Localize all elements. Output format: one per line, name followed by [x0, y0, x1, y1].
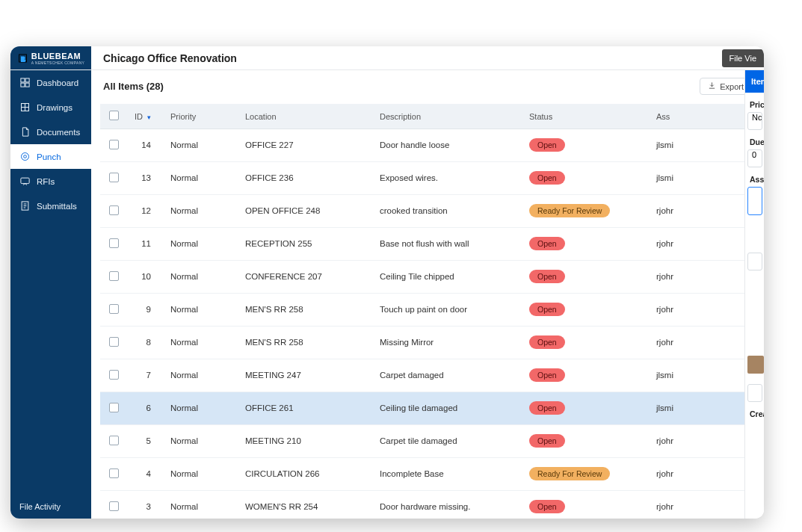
table-row[interactable]: 3NormalWOMEN'S RR 254Door hardware missi… [100, 491, 755, 519]
cell-assignee: rjohr [650, 327, 755, 359]
table-row[interactable]: 12NormalOPEN OFFICE 248crooked transitio… [100, 195, 755, 228]
sidebar-item-dashboard[interactable]: Dashboard [10, 70, 91, 95]
sidebar-item-submittals[interactable]: Submittals [10, 194, 91, 218]
cell-assignee: rjohr [650, 195, 755, 228]
table-row[interactable]: 5NormalMEETING 210Carpet tile damagedOpe… [100, 425, 755, 458]
details-priority-input[interactable]: Nc [747, 112, 762, 130]
cell-priority: Normal [164, 327, 239, 359]
row-checkbox[interactable] [109, 501, 119, 511]
cell-assignee: rjohr [650, 491, 755, 519]
cell-assignee: rjohr [650, 228, 755, 261]
svg-rect-4 [25, 83, 29, 87]
table-row[interactable]: 10NormalCONFERENCE 207Ceiling Tile chipp… [100, 261, 755, 294]
cell-status: Open [523, 392, 650, 425]
col-header-location[interactable]: Location [239, 104, 374, 129]
cell-location: MEETING 247 [239, 359, 374, 392]
cell-description: Exposed wires. [374, 162, 523, 195]
row-checkbox[interactable] [109, 370, 119, 380]
svg-point-6 [22, 153, 29, 161]
details-assignee-input[interactable] [747, 187, 762, 215]
row-checkbox[interactable] [109, 173, 119, 182]
sidebar-item-documents[interactable]: Documents [10, 120, 91, 144]
list-header: All Items (28) Export [91, 70, 764, 104]
sidebar-item-label: Submittals [37, 202, 77, 211]
cell-assignee: rjohr [650, 294, 755, 327]
details-tab-item[interactable]: Item [745, 70, 764, 93]
col-header-id[interactable]: ID ▾ [127, 104, 164, 129]
cell-location: RECEPTION 255 [239, 228, 374, 261]
cell-id: 9 [127, 294, 164, 327]
table-row[interactable]: 6NormalOFFICE 261Ceiling tile damagedOpe… [100, 392, 755, 425]
row-checkbox[interactable] [109, 205, 119, 215]
cell-description: Door hardware missing. [374, 491, 523, 519]
cell-location: OFFICE 261 [239, 392, 374, 425]
svg-rect-1 [21, 78, 25, 82]
row-checkbox[interactable] [109, 468, 119, 478]
sidebar-item-drawings[interactable]: Drawings [10, 95, 91, 120]
list-title: All Items (28) [103, 81, 164, 92]
cell-status: Open [523, 129, 650, 162]
sidebar-item-punch[interactable]: Punch [10, 144, 91, 169]
details-field-generic[interactable] [747, 253, 762, 270]
status-badge: Open [529, 303, 565, 316]
table-row[interactable]: 8NormalMEN'S RR 258Missing MirrorOpenrjo… [100, 327, 755, 359]
cell-status: Open [523, 327, 650, 359]
col-header-status[interactable]: Status [523, 104, 650, 129]
col-header-checkbox[interactable] [100, 104, 127, 129]
sort-desc-icon: ▾ [147, 114, 151, 121]
select-all-checkbox[interactable] [109, 111, 119, 120]
col-header-priority[interactable]: Priority [164, 104, 239, 129]
cell-description: Missing Mirror [374, 327, 523, 359]
row-checkbox[interactable] [109, 140, 119, 149]
col-header-assignee[interactable]: Ass [650, 104, 755, 129]
cell-description: Base not flush with wall [374, 228, 523, 261]
sidebar-file-activity[interactable]: File Activity [10, 495, 91, 519]
status-badge: Open [529, 237, 565, 250]
table-row[interactable]: 7NormalMEETING 247Carpet damagedOpenjlsm… [100, 359, 755, 392]
sidebar-item-rfis[interactable]: RFIs [10, 169, 91, 194]
logo-tagline: A NEMETSCHEK COMPANY [31, 61, 84, 65]
table-row[interactable]: 11NormalRECEPTION 255Base not flush with… [100, 228, 755, 261]
cell-assignee: jlsmi [650, 162, 755, 195]
drawings-icon [19, 102, 31, 113]
details-panel: Item Pric Nc Due 0 Ass Crea [744, 70, 764, 519]
cell-id: 8 [127, 327, 164, 359]
cell-description: Touch up paint on door [374, 294, 523, 327]
row-checkbox[interactable] [109, 271, 119, 281]
cell-id: 14 [127, 129, 164, 162]
cell-description: Door handle loose [374, 129, 523, 162]
row-checkbox[interactable] [109, 337, 119, 347]
svg-rect-3 [21, 83, 25, 87]
cell-location: MEN'S RR 258 [239, 294, 374, 327]
documents-icon [19, 126, 31, 137]
svg-rect-8 [21, 178, 29, 184]
table-row[interactable]: 13NormalOFFICE 236Exposed wires.Openjlsm… [100, 162, 755, 195]
table-header-row: ID ▾ Priority Location Description Statu… [100, 104, 755, 129]
table-row[interactable]: 4NormalCIRCULATION 266Incomplete BaseRea… [100, 458, 755, 491]
cell-location: WOMEN'S RR 254 [239, 491, 374, 519]
details-thumbnail[interactable] [747, 356, 764, 374]
row-checkbox[interactable] [109, 403, 119, 412]
table-row[interactable]: 9NormalMEN'S RR 258Touch up paint on doo… [100, 294, 755, 327]
cell-status: Open [523, 491, 650, 519]
cell-priority: Normal [164, 195, 239, 228]
cell-location: OFFICE 236 [239, 162, 374, 195]
row-checkbox[interactable] [109, 304, 119, 314]
row-checkbox[interactable] [109, 238, 119, 248]
col-header-description[interactable]: Description [374, 104, 523, 129]
cell-priority: Normal [164, 129, 239, 162]
cell-assignee: jlsmi [650, 359, 755, 392]
cell-description: Incomplete Base [374, 458, 523, 491]
app-window: BLUEBEAM A NEMETSCHEK COMPANY Chicago Of… [10, 46, 764, 519]
cell-priority: Normal [164, 359, 239, 392]
cell-location: OPEN OFFICE 248 [239, 195, 374, 228]
details-field-generic-2[interactable] [747, 384, 762, 402]
cell-id: 13 [127, 162, 164, 195]
main-content: All Items (28) Export ID ▾ [91, 70, 764, 519]
logo[interactable]: BLUEBEAM A NEMETSCHEK COMPANY [10, 46, 91, 69]
table-row[interactable]: 14NormalOFFICE 227Door handle looseOpenj… [100, 129, 755, 162]
file-view-button[interactable]: File Vie [722, 49, 764, 67]
row-checkbox[interactable] [109, 436, 119, 445]
cell-priority: Normal [164, 162, 239, 195]
details-due-input[interactable]: 0 [747, 149, 762, 167]
